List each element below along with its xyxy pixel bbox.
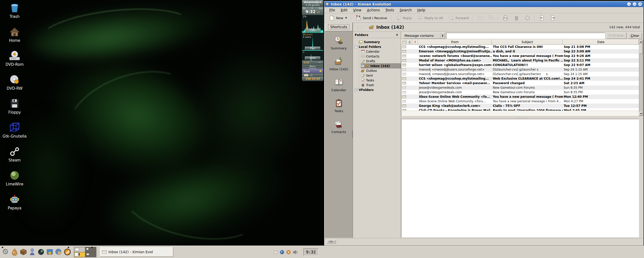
folder-trash[interactable]: Trash bbox=[361, 83, 401, 87]
applet-handle-icon[interactable] bbox=[67, 246, 69, 248]
print-button[interactable] bbox=[500, 14, 511, 22]
proc-button[interactable]: Proc bbox=[305, 47, 320, 50]
app-launcher-files[interactable] bbox=[19, 247, 27, 257]
menu-file[interactable]: File bbox=[327, 8, 337, 13]
mail-row[interactable]: harriet wilson <globalsoftware@expn.com>… bbox=[401, 63, 639, 67]
desktop-icon-dvdrw[interactable]: DVD-RW bbox=[1, 74, 29, 98]
app-launcher-terminal[interactable] bbox=[10, 247, 19, 257]
workspace-3[interactable]: 3 bbox=[74, 252, 85, 257]
column-header-from[interactable]: From bbox=[418, 40, 492, 45]
column-header-attachment[interactable] bbox=[407, 40, 412, 45]
workspace-1[interactable] bbox=[74, 247, 85, 252]
folders-close-icon[interactable]: ✕ bbox=[395, 33, 399, 37]
shortcut-tasks[interactable]: Tasks bbox=[334, 99, 343, 113]
new-button[interactable]: New ▼ bbox=[326, 14, 349, 22]
folder-inbox[interactable]: + Inbox (142) bbox=[361, 63, 401, 68]
mail-row[interactable]: CCS <shopmag@ccsshop.mylistmailing... Th… bbox=[401, 45, 639, 49]
move-to-folder-button[interactable] bbox=[474, 14, 486, 22]
mail-row[interactable]: Club CD Freaks - Knowledge is Power Mail… bbox=[401, 108, 639, 111]
column-header-subject[interactable]: Subject bbox=[492, 40, 563, 45]
folder-sent[interactable]: Sent bbox=[361, 73, 401, 78]
folder-tasks[interactable]: Tasks bbox=[361, 78, 401, 83]
previous-button[interactable] bbox=[536, 14, 547, 22]
forward-button[interactable]: Forward bbox=[446, 14, 471, 22]
reply-to-all-button[interactable]: Reply to All bbox=[415, 14, 446, 22]
new-dropdown-arrow[interactable]: ▼ bbox=[345, 17, 347, 19]
next-button[interactable] bbox=[547, 14, 558, 22]
minimize-button[interactable]: ⌄ bbox=[627, 2, 631, 6]
desktop-icon-limewire[interactable]: LimeWire bbox=[1, 170, 29, 194]
shortcuts-header-button[interactable]: Shortcuts bbox=[325, 23, 353, 31]
desktop-icon-home[interactable]: Home bbox=[1, 26, 29, 50]
workspace-4[interactable] bbox=[85, 252, 96, 257]
mail-row[interactable]: :scene: network forums <board@scenene...… bbox=[401, 54, 639, 58]
main-menu-button[interactable]: ⚙ bbox=[2, 247, 10, 257]
applet-handle-icon[interactable] bbox=[2, 246, 4, 248]
mail-row[interactable]: George King <leah@autoclerk.com> Cialis … bbox=[401, 104, 639, 108]
eth0-button[interactable]: eth0 bbox=[305, 56, 320, 60]
mail-row[interactable]: jesse@videogamedeals.com New Gametour.co… bbox=[401, 90, 639, 94]
close-button[interactable]: ✕ bbox=[638, 2, 642, 6]
maximize-button[interactable]: ▫ bbox=[632, 2, 637, 6]
send-receive-button[interactable]: Send / Receive bbox=[353, 14, 389, 22]
menu-view[interactable]: View bbox=[351, 8, 364, 13]
column-header-status[interactable] bbox=[401, 40, 407, 45]
menu-actions[interactable]: Actions bbox=[365, 8, 382, 13]
tray-mail-icon[interactable] bbox=[274, 250, 278, 254]
collapse-icon[interactable]: − bbox=[355, 45, 357, 48]
tray-update-icon[interactable] bbox=[286, 250, 291, 254]
column-header-date[interactable]: Date bbox=[563, 40, 639, 45]
folder-local-folders[interactable]: − Local Folders bbox=[355, 44, 401, 49]
expand-icon[interactable]: + bbox=[355, 88, 357, 91]
mail-row[interactable]: mwoodj <mwoodj@users.sourceforge.net> [G… bbox=[401, 67, 639, 72]
list-scrollbar[interactable]: ▲ ▼ bbox=[639, 40, 643, 116]
shortcut-inbox[interactable]: Inbox (142) bbox=[329, 57, 348, 71]
net-timer-button[interactable] bbox=[318, 61, 322, 63]
tray-app-icon[interactable] bbox=[280, 250, 284, 254]
folder-outbox[interactable]: Outbox bbox=[361, 68, 401, 73]
mail-row[interactable]: Yahoo! Member Services <mail-passwor... … bbox=[401, 81, 639, 85]
shortcut-contacts[interactable]: Contacts bbox=[332, 119, 346, 134]
app-launcher-badge[interactable] bbox=[63, 247, 71, 257]
folder-summary[interactable]: Summary bbox=[355, 40, 401, 44]
mail-row[interactable]: CCS <shopmag@ccsshop.mylistmailing... We… bbox=[401, 76, 639, 81]
app-launcher-media[interactable] bbox=[54, 247, 63, 257]
volume-icon[interactable] bbox=[293, 250, 298, 254]
find-now-button[interactable]: Find Now bbox=[606, 33, 627, 39]
preview-splitter[interactable]: ......... bbox=[401, 116, 643, 119]
scroll-up-icon[interactable]: ▲ bbox=[639, 40, 643, 44]
online-status-button[interactable] bbox=[327, 240, 336, 243]
folder-calendar[interactable]: Calendar bbox=[361, 49, 401, 54]
menu-search[interactable]: Search bbox=[397, 8, 414, 13]
desktop-icon-steam[interactable]: Steam bbox=[1, 146, 29, 170]
mail-row[interactable]: mwoodj <mwoodj@users.sourceforge.net> [G… bbox=[401, 72, 639, 76]
task-button-evolution[interactable]: Inbox (142) - Ximian Evol bbox=[100, 247, 173, 257]
desktop-icon-trash[interactable]: Trash bbox=[1, 2, 29, 26]
reply-button[interactable]: Reply bbox=[393, 14, 415, 22]
shortcut-summary[interactable]: Summary bbox=[331, 36, 347, 50]
clear-button[interactable]: Clear bbox=[628, 33, 642, 39]
expand-icon[interactable]: + bbox=[361, 64, 364, 67]
cpu-button[interactable]: CPU bbox=[305, 29, 320, 32]
column-header-priority[interactable]: ! bbox=[412, 40, 418, 45]
applet-handle-icon[interactable] bbox=[91, 246, 93, 248]
cancel-button[interactable] bbox=[522, 14, 533, 22]
folder-contacts[interactable]: Contacts bbox=[361, 54, 401, 59]
mail-row[interactable]: jesse@videogamedeals.com New Gametour.co… bbox=[401, 85, 639, 90]
mail-row[interactable]: Medal of Honor <MOH@fun.ea.com> MICHAEL,… bbox=[401, 58, 639, 63]
search-scope-select[interactable]: Message contains ▲▼ bbox=[402, 33, 445, 39]
folder-vfolders[interactable]: + VFolders bbox=[355, 87, 401, 92]
menu-tools[interactable]: Tools bbox=[383, 8, 396, 13]
folder-drafts[interactable]: Drafts bbox=[361, 59, 401, 63]
menu-help[interactable]: Help bbox=[415, 8, 428, 13]
app-launcher-orb[interactable] bbox=[37, 247, 45, 257]
shortcut-calendar[interactable]: Calendar bbox=[331, 78, 346, 92]
mail-row[interactable]: Xbox-Scene Online Web Community <foru...… bbox=[401, 99, 639, 104]
scroll-down-icon[interactable]: ▼ bbox=[639, 112, 643, 116]
delete-button[interactable] bbox=[511, 14, 522, 22]
desktop-icon-dvdrom[interactable]: DVD-Rom bbox=[1, 50, 29, 74]
app-launcher-chat[interactable] bbox=[46, 247, 54, 257]
window-titlebar[interactable]: Inbox (142) - Ximian Evolution ⌄ ▫ ✕ bbox=[325, 1, 643, 7]
desktop-icon-gtk-gnutella[interactable]: Gtk-Gnutella bbox=[1, 122, 29, 146]
search-input[interactable] bbox=[446, 33, 605, 39]
